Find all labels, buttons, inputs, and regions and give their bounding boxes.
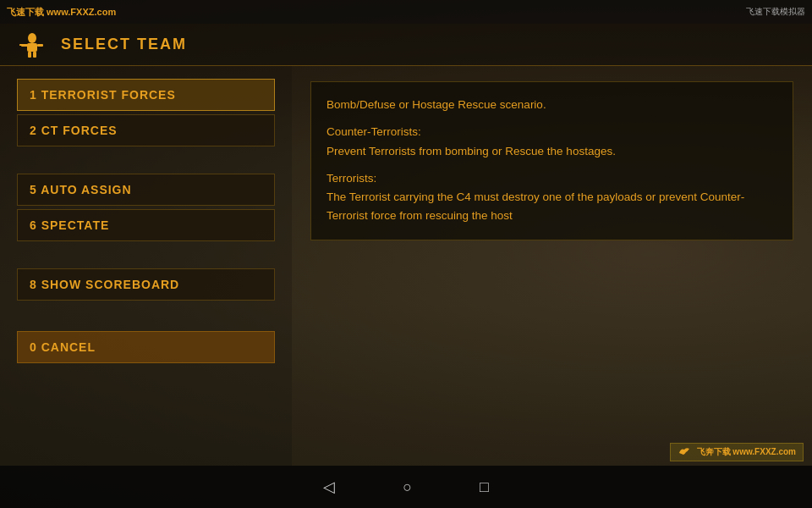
spacer-2 [17, 245, 275, 268]
top-bar-right: 飞速下载模拟器 [746, 6, 805, 18]
watermark: 飞奔下载 www.FXXZ.com [670, 443, 804, 461]
auto-assign-button[interactable]: 5 AUTO ASSIGN [17, 174, 275, 206]
svg-rect-1 [27, 43, 37, 52]
watermark-bird-icon [678, 446, 691, 458]
game-ui: SELECT TEAM 1 TERRORIST FORCES 2 CT FORC… [0, 24, 812, 466]
spacer-3 [17, 304, 275, 328]
info-box: Bomb/Defuse or Hostage Rescue scenario. … [310, 81, 793, 240]
top-bar: 飞速下载 www.FXXZ.com 飞速下载模拟器 [0, 0, 812, 24]
svg-rect-5 [28, 52, 31, 58]
spacer-1 [17, 150, 275, 174]
watermark-text: 飞奔下载 www.FXXZ.com [678, 446, 796, 458]
svg-rect-4 [37, 44, 43, 47]
right-panel: Bomb/Defuse or Hostage Rescue scenario. … [292, 66, 812, 466]
terrorist-forces-button[interactable]: 1 TERRORIST FORCES [17, 79, 275, 111]
info-line1: Bomb/Defuse or Hostage Rescue scenario. [326, 96, 777, 114]
svg-rect-6 [33, 52, 36, 58]
select-team-label: SELECT TEAM [61, 36, 187, 53]
info-t-body: The Terrorist carrying the C4 must destr… [326, 190, 744, 222]
android-home-button[interactable]: ○ [403, 478, 412, 496]
left-panel: 1 TERRORIST FORCES 2 CT FORCES 5 AUTO AS… [0, 66, 292, 466]
spectate-button[interactable]: 6 SPECTATE [17, 209, 275, 241]
show-scoreboard-button[interactable]: 8 SHOW SCOREBOARD [17, 268, 275, 301]
info-ct-section: Counter-Terrorists: Prevent Terrorists f… [326, 123, 777, 161]
cs-logo-icon [17, 30, 47, 60]
cancel-button[interactable]: 0 CANCEL [17, 331, 275, 363]
info-ct-body: Prevent Terrorists from bombing or Rescu… [326, 145, 616, 157]
android-recent-button[interactable]: □ [480, 478, 489, 496]
android-back-button[interactable]: ◁ [323, 478, 335, 496]
watermark-logo: 飞奔下载 www.FXXZ.com [670, 443, 804, 461]
ui-content: 1 TERRORIST FORCES 2 CT FORCES 5 AUTO AS… [0, 66, 812, 466]
info-ct-title: Counter-Terrorists: [326, 125, 421, 138]
ct-forces-button[interactable]: 2 CT FORCES [17, 114, 275, 146]
android-nav-bar: ◁ ○ □ [0, 466, 812, 508]
info-t-title: Terrorists: [326, 172, 376, 185]
svg-rect-3 [19, 44, 24, 46]
top-bar-logo: 飞速下载 www.FXXZ.com [7, 6, 116, 19]
info-t-section: Terrorists: The Terrorist carrying the C… [326, 169, 777, 226]
ui-header: SELECT TEAM [0, 24, 812, 66]
svg-point-0 [28, 33, 36, 43]
